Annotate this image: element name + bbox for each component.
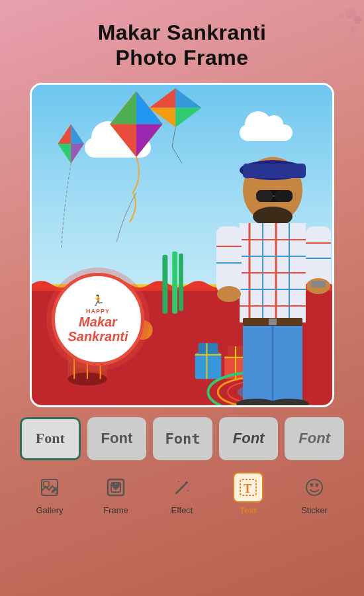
svg-point-35 — [68, 372, 107, 385]
sticker-icon-container — [299, 472, 330, 503]
svg-point-6 — [342, 25, 346, 28]
sticker-icon — [304, 477, 324, 497]
nav-item-frame[interactable]: Frame — [83, 468, 149, 519]
frame-icon — [106, 477, 126, 497]
gallery-icon-container — [34, 472, 65, 503]
badge-title: Makar Sankranti — [68, 315, 128, 344]
svg-rect-84 — [269, 319, 277, 325]
font-label-3: Font — [165, 430, 200, 447]
font-label-4: Font — [233, 430, 265, 447]
nav-item-gallery[interactable]: Gallery — [17, 468, 83, 519]
svg-point-78 — [217, 286, 241, 302]
cloud-1 — [85, 138, 151, 158]
svg-point-4 — [351, 26, 357, 33]
nav-item-effect[interactable]: Effect — [149, 468, 215, 519]
badge-happy: HAPPY — [86, 308, 110, 315]
svg-rect-56 — [243, 164, 306, 178]
gallery-icon — [40, 477, 60, 497]
nav-item-text[interactable]: T Text — [215, 468, 281, 519]
badge-figure: 🏃 — [91, 294, 105, 307]
font-option-4[interactable]: Font — [219, 417, 279, 460]
svg-rect-73 — [306, 226, 331, 286]
svg-point-2 — [353, 16, 361, 24]
font-label-2: Font — [101, 430, 133, 447]
font-option-5[interactable]: Font — [285, 417, 344, 460]
nav-item-sticker[interactable]: Sticker — [281, 468, 347, 519]
photo-frame: 🏃 HAPPY Makar Sankranti — [30, 83, 334, 407]
svg-point-97 — [306, 479, 322, 495]
font-option-2[interactable]: Font — [87, 417, 147, 460]
sticker-label: Sticker — [301, 505, 328, 515]
svg-text:T: T — [244, 482, 251, 495]
cloud-2 — [240, 124, 293, 141]
svg-line-93 — [176, 484, 185, 493]
svg-point-5 — [356, 34, 361, 39]
text-label: Text — [240, 505, 257, 515]
effect-icon-container — [167, 472, 197, 503]
font-label-1: Font — [36, 430, 65, 447]
bg-decoration — [311, 0, 364, 79]
frame-icon-container — [101, 472, 131, 503]
font-selector: Font Font Font Font Font — [17, 417, 347, 460]
svg-point-1 — [344, 3, 351, 10]
font-option-3[interactable]: Font — [153, 417, 212, 460]
effect-label: Effect — [171, 505, 193, 515]
text-icon: T — [238, 477, 258, 497]
font-option-1[interactable]: Font — [20, 417, 81, 460]
ms-badge: 🏃 HAPPY Makar Sankranti — [52, 273, 144, 366]
svg-rect-72 — [216, 226, 242, 293]
frame-label: Frame — [103, 505, 128, 515]
bottom-nav: Gallery Frame Effect — [17, 468, 347, 519]
svg-rect-58 — [256, 190, 273, 202]
text-icon-container: T — [233, 472, 263, 503]
gallery-label: Gallery — [36, 505, 63, 515]
svg-rect-88 — [44, 481, 49, 487]
effect-icon — [172, 477, 192, 497]
font-label-5: Font — [298, 430, 330, 447]
app-title: Makar Sankranti Photo Frame — [85, 20, 280, 71]
svg-point-3 — [338, 14, 343, 19]
svg-rect-80 — [311, 281, 326, 287]
person-image — [200, 154, 332, 405]
svg-rect-59 — [275, 190, 293, 202]
